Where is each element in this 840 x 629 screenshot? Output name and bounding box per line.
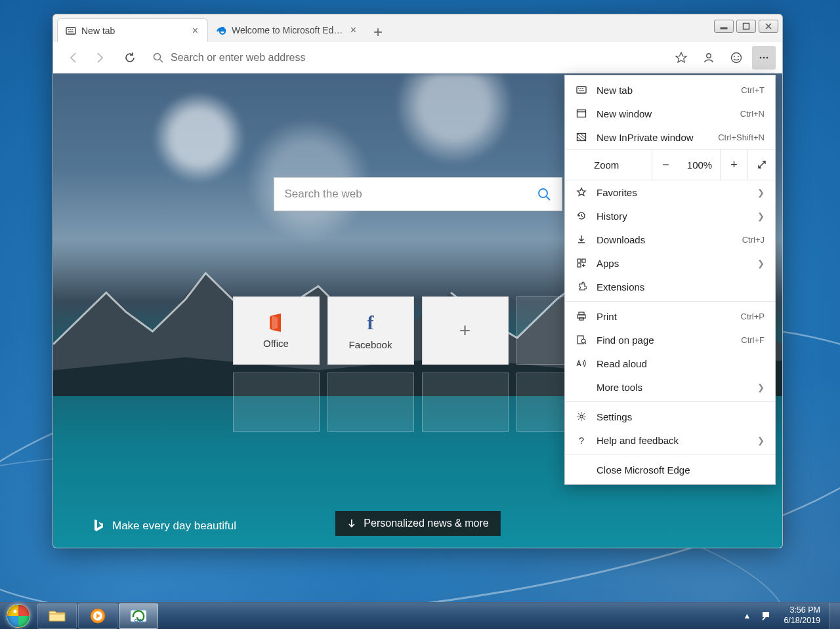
svg-point-9 <box>732 52 742 62</box>
tagline[interactable]: Make every day beautiful <box>93 519 236 533</box>
tab-close-icon[interactable]: × <box>350 24 356 36</box>
tab-active[interactable]: New tab × <box>57 18 208 42</box>
chevron-right-icon: ❯ <box>757 436 765 445</box>
address-placeholder: Search or enter web address <box>171 52 305 64</box>
svg-point-10 <box>734 56 735 57</box>
show-desktop-button[interactable] <box>830 603 840 629</box>
hero-search-placeholder: Search the web <box>285 188 362 201</box>
extensions-icon <box>576 281 587 292</box>
system-tray: ▲ 3:56 PM 6/18/2019 <box>738 603 841 629</box>
facebook-icon: f <box>368 312 374 334</box>
start-button[interactable] <box>0 603 37 630</box>
maximize-button[interactable] <box>736 20 756 33</box>
menu-new-inprivate[interactable]: New InPrivate window Ctrl+Shift+N <box>565 125 775 149</box>
zoom-label: Zoom <box>565 159 652 171</box>
action-center-icon[interactable] <box>756 611 777 621</box>
chevron-down-icon <box>346 519 356 528</box>
menu-extensions[interactable]: Extensions <box>565 275 775 298</box>
toolbar: Search or enter web address <box>53 42 782 73</box>
svg-rect-17 <box>578 88 579 89</box>
desktop: New tab × Welcome to Microsoft Edge Can…… <box>0 0 840 629</box>
svg-rect-19 <box>582 88 583 89</box>
svg-rect-18 <box>580 88 581 89</box>
chevron-right-icon: ❯ <box>757 188 765 197</box>
taskbar-explorer[interactable] <box>37 603 77 629</box>
news-button[interactable]: Personalized news & more <box>335 511 500 536</box>
forward-button[interactable] <box>89 47 111 69</box>
taskbar: CAN ▲ 3:56 PM 6/18/2019 <box>0 602 840 629</box>
tab-inactive[interactable]: Welcome to Microsoft Edge Can… × <box>208 18 366 42</box>
menu-new-window[interactable]: New window Ctrl+N <box>565 102 775 125</box>
tiles-grid: Office f Facebook + <box>233 296 603 432</box>
svg-rect-21 <box>578 110 586 117</box>
tab-title: Welcome to Microsoft Edge Can… <box>232 25 345 35</box>
svg-point-7 <box>154 53 161 60</box>
menu-apps[interactable]: Apps ❯ <box>565 251 775 275</box>
history-icon <box>576 211 587 221</box>
edge-canary-icon: CAN <box>129 607 148 624</box>
edge-favicon-icon <box>216 25 226 35</box>
refresh-button[interactable] <box>119 47 141 69</box>
taskbar-edge-canary[interactable]: CAN <box>119 603 158 629</box>
svg-rect-0 <box>721 28 727 29</box>
menu-help[interactable]: ? Help and feedback ❯ <box>565 428 775 452</box>
window-icon <box>576 108 587 119</box>
zoom-value: 100% <box>679 159 720 171</box>
tile-add[interactable]: + <box>422 296 509 365</box>
hero-search[interactable]: Search the web <box>274 177 562 211</box>
inprivate-icon <box>576 132 587 142</box>
print-icon <box>576 311 587 321</box>
window-controls <box>714 20 778 33</box>
svg-rect-27 <box>579 312 584 315</box>
menu-zoom: Zoom − 100% + <box>565 149 775 180</box>
zoom-minus-button[interactable]: − <box>652 150 679 180</box>
office-icon <box>268 313 285 333</box>
tile-facebook[interactable]: f Facebook <box>327 296 414 365</box>
menu-downloads[interactable]: Downloads Ctrl+J <box>565 228 775 251</box>
taskbar-media-player[interactable] <box>78 603 117 629</box>
settings-menu-button[interactable] <box>752 46 776 70</box>
svg-point-8 <box>707 53 711 57</box>
back-button[interactable] <box>62 47 85 69</box>
tray-date: 6/18/2019 <box>784 616 820 626</box>
tab-close-icon[interactable]: × <box>192 25 198 37</box>
tray-overflow-button[interactable]: ▲ <box>738 611 757 620</box>
tile-empty[interactable] <box>327 373 414 432</box>
profile-button[interactable] <box>697 46 721 70</box>
menu-favorites[interactable]: Favorites ❯ <box>565 180 775 204</box>
svg-point-11 <box>738 56 739 57</box>
tile-empty[interactable] <box>422 373 509 432</box>
zoom-plus-button[interactable]: + <box>720 150 747 180</box>
tile-office[interactable]: Office <box>233 296 320 365</box>
menu-history[interactable]: History ❯ <box>565 204 775 228</box>
chevron-right-icon: ❯ <box>757 211 765 221</box>
tray-clock[interactable]: 3:56 PM 6/18/2019 <box>777 605 830 626</box>
menu-read-aloud[interactable]: Read aloud <box>565 352 775 375</box>
address-bar[interactable]: Search or enter web address <box>145 46 665 70</box>
menu-more-tools[interactable]: More tools ❯ <box>565 375 775 399</box>
menu-close-edge[interactable]: Close Microsoft Edge <box>565 458 775 481</box>
fullscreen-button[interactable] <box>747 150 775 180</box>
svg-rect-25 <box>582 259 585 262</box>
tile-empty[interactable] <box>233 373 320 432</box>
favorite-star-button[interactable] <box>669 46 693 70</box>
new-tab-button[interactable] <box>368 22 388 42</box>
svg-rect-1 <box>744 24 749 30</box>
tile-label: Office <box>263 338 289 349</box>
tile-label: Facebook <box>349 339 392 350</box>
minimize-button[interactable] <box>714 20 734 33</box>
svg-rect-6 <box>68 31 74 32</box>
menu-new-tab[interactable]: New tab Ctrl+T <box>565 78 775 102</box>
plus-icon: + <box>459 319 471 342</box>
folder-icon <box>47 607 67 624</box>
menu-print[interactable]: Print Ctrl+P <box>565 304 775 328</box>
settings-menu: New tab Ctrl+T New window Ctrl+N New InP… <box>564 75 776 485</box>
find-icon <box>576 335 587 345</box>
svg-rect-24 <box>578 259 581 262</box>
feedback-button[interactable] <box>724 46 748 70</box>
menu-settings[interactable]: Settings <box>565 405 775 428</box>
hero-search-go-icon[interactable] <box>537 187 551 201</box>
tray-time: 3:56 PM <box>784 605 820 616</box>
menu-find[interactable]: Find on page Ctrl+F <box>565 328 775 352</box>
close-button[interactable] <box>759 20 778 33</box>
